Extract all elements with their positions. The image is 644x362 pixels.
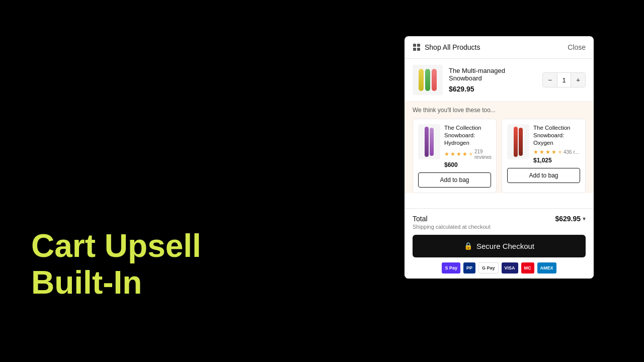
cart-item-price: $629.95 <box>449 85 536 93</box>
cart-header-title: Shop All Products <box>425 43 480 51</box>
upsell-img-1 <box>418 124 440 159</box>
snowboard-image-main <box>419 68 437 92</box>
lock-icon: 🔒 <box>464 242 472 250</box>
upsell-stars-1: ★ ★ ★ ★ ★ 219 reviews <box>444 149 491 160</box>
upsell-name-1: The Collection Snowboard: Hydrogen <box>444 124 491 147</box>
quantity-control: − 1 + <box>542 72 586 87</box>
svg-rect-2 <box>413 48 416 51</box>
sb-oxygen <box>514 126 523 157</box>
star2-4: ★ <box>551 149 556 155</box>
upsell-section: We think you'll love these too... The Co… <box>405 102 594 193</box>
upsell-info-1: The Collection Snowboard: Hydrogen ★ ★ ★… <box>444 124 491 168</box>
upsell-img-2 <box>507 124 529 159</box>
upsell-price-2: $1,025 <box>533 157 580 164</box>
star-1: ★ <box>444 151 449 157</box>
add-to-bag-button-2[interactable]: Add to bag <box>507 168 580 183</box>
sb-plank-yellow <box>419 69 424 91</box>
upsell-card-2-inner: The Collection Snowboard: Oxygen ★ ★ ★ ★… <box>507 124 580 164</box>
svg-rect-1 <box>417 44 420 47</box>
cart-item-image <box>413 65 443 95</box>
upsell-items: The Collection Snowboard: Hydrogen ★ ★ ★… <box>413 119 586 193</box>
svg-rect-3 <box>417 48 420 51</box>
hero-line2: Built-In <box>31 264 201 302</box>
review-count-1: 219 reviews <box>474 149 492 160</box>
mastercard-icon: MC <box>521 262 534 274</box>
cart-header: Shop All Products Close <box>405 36 594 59</box>
amex-icon: AMEX <box>537 262 556 274</box>
total-chevron-icon: ▾ <box>583 215 586 222</box>
total-row: Total $629.95 ▾ <box>413 215 586 223</box>
star2-3: ★ <box>545 149 550 155</box>
visa-icon: VISA <box>502 262 518 274</box>
sb-plank-green <box>425 69 430 91</box>
cart-panel: Shop All Products Close The Multi-manage… <box>405 36 594 279</box>
svg-rect-0 <box>413 44 416 47</box>
upsell-info-2: The Collection Snowboard: Oxygen ★ ★ ★ ★… <box>533 124 580 164</box>
add-to-bag-button-1[interactable]: Add to bag <box>418 172 491 188</box>
star-4: ★ <box>462 151 467 157</box>
upsell-name-2: The Collection Snowboard: Oxygen <box>533 124 580 147</box>
payment-icons: S Pay PP G Pay VISA MC AMEX <box>413 262 586 274</box>
shopify-pay-icon: S Pay <box>442 262 460 274</box>
cart-header-left: Shop All Products <box>413 43 480 51</box>
upsell-card-1: The Collection Snowboard: Hydrogen ★ ★ ★… <box>413 119 497 193</box>
quantity-increase-button[interactable]: + <box>571 73 585 87</box>
checkout-button[interactable]: 🔒 Secure Checkout <box>413 235 586 257</box>
total-label: Total <box>413 215 428 223</box>
star2-2: ★ <box>539 149 544 155</box>
star2-1: ★ <box>533 149 538 155</box>
review-count-2: 436 r... <box>564 149 579 155</box>
star-3: ★ <box>456 151 461 157</box>
cart-item: The Multi-managed Snowboard $629.95 − 1 … <box>405 59 594 102</box>
upsell-stars-2: ★ ★ ★ ★ ★ 436 r... <box>533 149 580 155</box>
close-button[interactable]: Close <box>568 43 586 51</box>
upsell-label: We think you'll love these too... <box>413 107 586 114</box>
star-5-half: ★ <box>468 151 473 157</box>
quantity-value: 1 <box>557 73 571 87</box>
cart-item-details: The Multi-managed Snowboard $629.95 <box>449 67 536 93</box>
total-amount-wrap: $629.95 ▾ <box>555 215 586 223</box>
sb-hydrogen <box>425 126 434 157</box>
gpay-icon: G Pay <box>478 262 499 274</box>
upsell-card-2: The Collection Snowboard: Oxygen ★ ★ ★ ★… <box>502 119 586 193</box>
checkout-label: Secure Checkout <box>476 242 534 250</box>
upsell-price-1: $600 <box>444 161 491 168</box>
cart-spacer <box>405 193 594 208</box>
paypal-icon: PP <box>463 262 475 274</box>
quantity-decrease-button[interactable]: − <box>543 73 557 87</box>
hero-line1: Cart Upsell <box>31 228 201 265</box>
star2-5-half: ★ <box>557 149 562 155</box>
cart-item-name: The Multi-managed Snowboard <box>449 67 536 82</box>
sb-plank-pink <box>432 69 437 91</box>
shipping-note: Shipping calculated at checkout <box>413 224 586 230</box>
grid-icon <box>413 43 421 51</box>
total-amount: $629.95 <box>555 215 581 223</box>
star-2: ★ <box>450 151 455 157</box>
cart-footer: Total $629.95 ▾ Shipping calculated at c… <box>405 208 594 279</box>
upsell-card-1-inner: The Collection Snowboard: Hydrogen ★ ★ ★… <box>418 124 491 168</box>
hero-text: Cart Upsell Built-In <box>31 228 201 302</box>
